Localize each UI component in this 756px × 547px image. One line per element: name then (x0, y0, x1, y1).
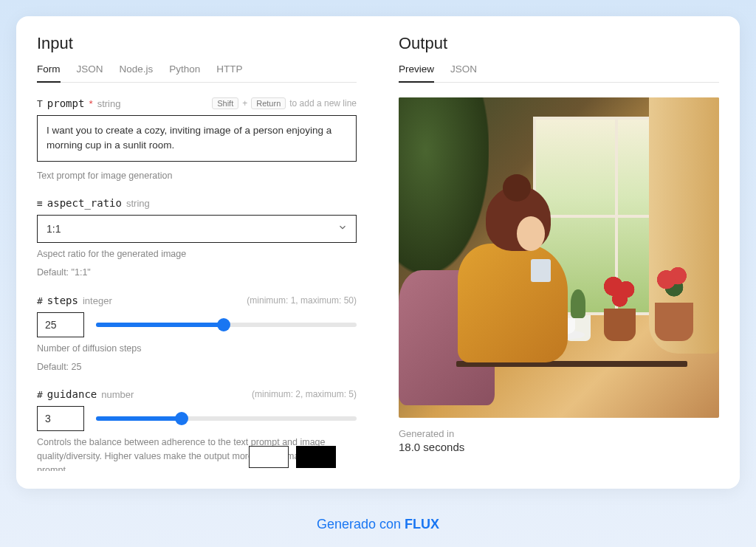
steps-default: Default: 25 (37, 360, 357, 374)
brand-name: FLUX (405, 517, 439, 531)
aspect-default: Default: "1:1" (37, 266, 357, 280)
required-mark: * (89, 98, 92, 109)
field-type: integer (83, 295, 112, 306)
output-title: Output (399, 34, 719, 53)
input-title: Input (37, 34, 357, 53)
steps-input[interactable] (37, 312, 84, 337)
aspect-help: Aspect ratio for the generated image (37, 247, 357, 261)
tab-python[interactable]: Python (169, 63, 200, 82)
kbd-shift: Shift (212, 97, 238, 109)
prompt-help: Text prompt for image generation (37, 169, 357, 183)
guidance-input[interactable] (37, 406, 84, 431)
prompt-input[interactable] (37, 115, 357, 162)
output-image (399, 97, 719, 418)
field-prompt: T prompt* string Shift + Return to add a… (37, 97, 357, 182)
steps-help: Number of diffusion steps (37, 342, 357, 356)
field-steps: # steps integer (minimum: 1, maximum: 50… (37, 295, 357, 374)
tab-form[interactable]: Form (37, 63, 61, 82)
steps-slider[interactable] (96, 322, 357, 328)
aspect-ratio-select[interactable]: 1:1 (37, 215, 357, 243)
text-icon: T (37, 98, 43, 109)
field-name: aspect_ratio (47, 197, 122, 209)
kbd-return: Return (251, 97, 286, 109)
list-icon: ≡ (37, 198, 43, 209)
newline-hint: Shift + Return to add a new line (212, 97, 357, 109)
generated-time: 18.0 seconds (399, 441, 719, 453)
output-panel: Output Preview JSON Generated in 18 (378, 16, 740, 489)
tab-preview[interactable]: Preview (399, 63, 434, 82)
tab-http[interactable]: HTTP (216, 63, 242, 82)
field-type: string (97, 98, 121, 109)
steps-range: (minimum: 1, maximum: 50) (247, 295, 357, 306)
field-aspect-ratio: ≡ aspect_ratio string 1:1 Aspect ratio f… (37, 197, 357, 280)
app-card: Input Form JSON Node.js Python HTTP T pr… (16, 16, 740, 489)
output-tabs: Preview JSON (399, 63, 719, 83)
guidance-slider[interactable] (96, 416, 357, 422)
tab-nodejs[interactable]: Node.js (120, 63, 154, 82)
generated-label: Generated in (399, 428, 719, 439)
tab-output-json[interactable]: JSON (450, 63, 477, 82)
field-type: number (101, 389, 134, 400)
input-panel: Input Form JSON Node.js Python HTTP T pr… (16, 16, 378, 489)
tab-json[interactable]: JSON (77, 63, 103, 82)
field-name: steps (47, 295, 78, 306)
number-icon: # (37, 389, 43, 400)
action-buttons (249, 446, 336, 468)
secondary-button[interactable] (249, 446, 289, 468)
number-icon: # (37, 295, 43, 306)
guidance-range: (minimum: 2, maximum: 5) (252, 389, 357, 399)
field-type: string (126, 198, 150, 209)
field-name: guidance (47, 388, 97, 400)
input-tabs: Form JSON Node.js Python HTTP (37, 63, 357, 83)
field-name: prompt (47, 97, 85, 109)
footer-attribution: Generado con FLUX (0, 517, 756, 532)
primary-button[interactable] (296, 446, 336, 468)
